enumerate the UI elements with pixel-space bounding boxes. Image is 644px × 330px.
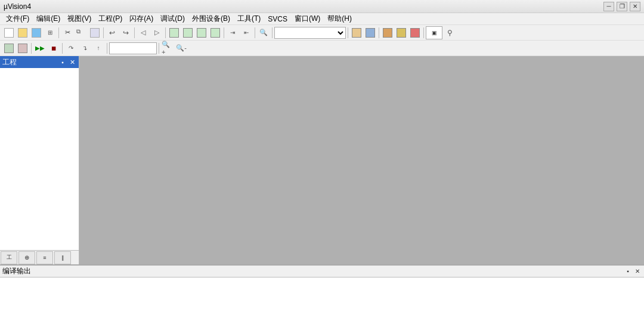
menu-item-svcs[interactable]: SVCS <box>264 14 291 24</box>
menu-item-f[interactable]: 文件(F) <box>2 13 33 25</box>
open-file-button[interactable] <box>16 26 29 39</box>
main-layout: 工程 ▪ ✕ 工 ⊕ ≡ ∥ 编译输出 ▪ ✕ <box>0 56 644 330</box>
clear-bookmarks-button[interactable] <box>209 26 222 39</box>
tab-register[interactable]: ⊕ <box>18 251 35 264</box>
left-panel-tabs: 工 ⊕ ≡ ∥ <box>0 250 79 264</box>
separator-5 <box>224 27 224 38</box>
nav-back-button[interactable]: ◁ <box>137 26 150 39</box>
title-bar: µVision4 ─ ❐ ✕ <box>0 0 644 13</box>
address-input[interactable] <box>109 42 157 54</box>
step-over-button[interactable]: ↷ <box>64 42 78 55</box>
tab-functions[interactable]: ≡ <box>36 251 53 264</box>
indent-button[interactable]: ⇥ <box>226 26 239 39</box>
step-into-button[interactable]: ↴ <box>78 42 91 55</box>
minimize-button[interactable]: ─ <box>603 2 614 11</box>
separator-1 <box>58 27 59 38</box>
copy-button[interactable]: ⧉ <box>75 26 88 39</box>
redo-button[interactable]: ↪ <box>119 26 132 39</box>
open-map-button[interactable] <box>364 26 377 39</box>
bottom-panel-title: 编译输出 <box>2 266 31 276</box>
bottom-panel-content <box>0 277 644 330</box>
toolbar2: ▶▶ ◼ ↷ ↴ ↑ 🔍+ 🔍- <box>0 41 644 56</box>
separator-8 <box>348 27 348 38</box>
save-button[interactable] <box>30 26 43 39</box>
project-panel-close-button[interactable]: ✕ <box>68 58 76 66</box>
new-file-button[interactable] <box>2 26 16 39</box>
bottom-panel-header: 编译输出 ▪ ✕ <box>0 266 644 277</box>
menu-item-t[interactable]: 工具(T) <box>234 13 264 25</box>
target-dropdown[interactable] <box>274 27 346 39</box>
menu-item-v[interactable]: 视图(V) <box>64 13 95 25</box>
bookmark-next-button[interactable] <box>181 26 194 39</box>
left-panel: 工程 ▪ ✕ 工 ⊕ ≡ ∥ <box>0 56 79 264</box>
debug-start-button[interactable] <box>2 42 16 55</box>
build-button[interactable] <box>381 26 394 39</box>
title-text: µVision4 <box>4 2 31 11</box>
menu-item-d[interactable]: 调试(D) <box>157 13 188 25</box>
bottom-panel-controls: ▪ ✕ <box>624 267 642 276</box>
close-button[interactable]: ✕ <box>630 2 640 11</box>
title-controls: ─ ❐ ✕ <box>603 2 640 11</box>
undo-button[interactable]: ↩ <box>106 26 119 39</box>
menu-bar: 文件(F)编辑(E)视图(V)工程(P)闪存(A)调试(D)外围设备(B)工具(… <box>0 13 644 25</box>
project-panel-title: 工程 <box>2 57 17 67</box>
nav-fwd-button[interactable]: ▷ <box>150 26 163 39</box>
stop-run-button[interactable]: ◼ <box>47 42 60 55</box>
bottom-panel-pin-button[interactable]: ▪ <box>624 267 632 276</box>
save-all-button[interactable]: ⊞ <box>44 26 57 39</box>
rebuild-button[interactable] <box>395 26 408 39</box>
separator-d3 <box>107 43 107 54</box>
separator-4 <box>165 27 166 38</box>
work-area: 工程 ▪ ✕ 工 ⊕ ≡ ∥ <box>0 56 644 264</box>
separator-2 <box>103 27 104 38</box>
tab-project[interactable]: 工 <box>1 251 17 264</box>
toolbar1: ⊞ ✂ ⧉ ↩ ↪ ◁ ▷ ⇥ ⇤ 🔍 <box>0 25 644 41</box>
zoom-in-button[interactable]: 🔍+ <box>161 42 174 55</box>
separator-d2 <box>62 43 63 54</box>
bottom-panel: 编译输出 ▪ ✕ <box>0 264 644 330</box>
separator-9 <box>379 27 379 38</box>
debug-stop-button[interactable] <box>16 42 29 55</box>
menu-item-a[interactable]: 闪存(A) <box>126 13 157 25</box>
separator-3 <box>134 27 135 38</box>
project-panel-header: 工程 ▪ ✕ <box>0 56 79 68</box>
project-tree <box>0 68 79 250</box>
target-options-button[interactable] <box>350 26 363 39</box>
separator-d4 <box>159 43 159 54</box>
find-button[interactable]: 🔍 <box>257 26 270 39</box>
menu-item-w[interactable]: 窗口(W) <box>291 13 324 25</box>
separator-6 <box>255 27 255 38</box>
menu-item-p[interactable]: 工程(P) <box>95 13 126 25</box>
project-header-controls: ▪ ✕ <box>58 58 76 66</box>
step-out-button[interactable]: ↑ <box>92 42 105 55</box>
stop-build-button[interactable] <box>408 26 422 39</box>
menu-item-h[interactable]: 帮助(H) <box>324 13 355 25</box>
bookmark-prev-button[interactable] <box>195 26 208 39</box>
paste-button[interactable] <box>88 26 101 39</box>
menu-item-e[interactable]: 编辑(E) <box>33 13 64 25</box>
cut-button[interactable]: ✂ <box>61 26 74 39</box>
separator-7 <box>272 27 273 38</box>
view-select-button[interactable]: ▣ <box>426 26 442 39</box>
project-panel-pin-button[interactable]: ▪ <box>58 58 67 66</box>
tab-templates[interactable]: ∥ <box>54 251 71 264</box>
unindent-button[interactable]: ⇤ <box>240 26 253 39</box>
search-everything-button[interactable]: ⚲ <box>443 26 456 39</box>
separator-d1 <box>31 43 32 54</box>
menu-item-b[interactable]: 外围设备(B) <box>188 13 234 25</box>
zoom-out-button[interactable]: 🔍- <box>175 42 188 55</box>
bookmark-button[interactable] <box>168 26 181 39</box>
separator-10 <box>423 27 424 38</box>
restore-button[interactable]: ❐ <box>617 2 627 11</box>
bottom-panel-close-button[interactable]: ✕ <box>633 267 642 276</box>
run-button[interactable]: ▶▶ <box>33 42 47 55</box>
editor-area[interactable] <box>79 56 644 264</box>
